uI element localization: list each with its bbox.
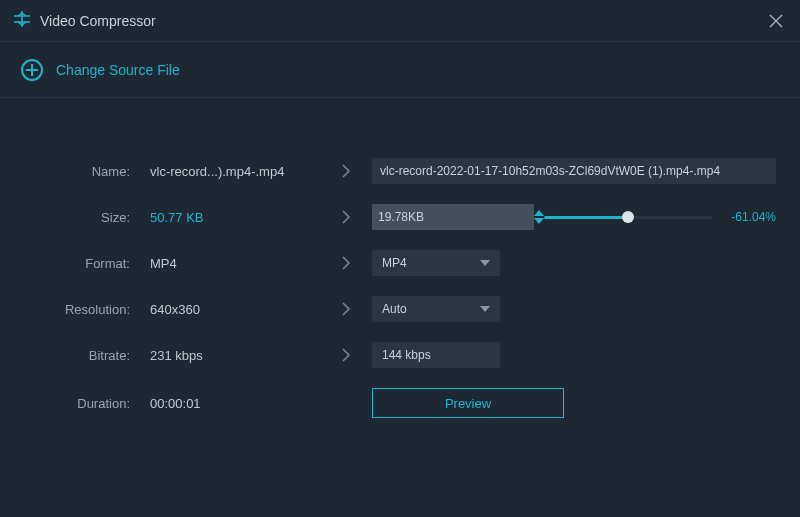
output-bitrate: 144 kbps [372,342,500,368]
source-name: vlc-record...).mp4-.mp4 [150,164,320,179]
preview-button[interactable]: Preview [372,388,564,418]
label-name: Name: [24,164,144,179]
output-name-input[interactable] [372,158,776,184]
format-select[interactable]: MP4 [372,250,500,276]
arrow-icon [326,163,366,179]
size-down-button[interactable] [534,218,544,224]
source-size: 50.77 KB [150,210,320,225]
arrow-icon [326,301,366,317]
output-size-spinbox[interactable] [372,204,500,230]
format-select-value: MP4 [382,256,407,270]
preview-button-label: Preview [445,396,491,411]
source-format: MP4 [150,256,320,271]
source-resolution: 640x360 [150,302,320,317]
close-button[interactable] [766,11,786,31]
content: Name: vlc-record...).mp4-.mp4 Size: 50.7… [0,98,800,418]
add-icon[interactable] [20,58,44,82]
output-bitrate-value: 144 kbps [382,348,431,362]
sub-bar: Change Source File [0,42,800,98]
label-resolution: Resolution: [24,302,144,317]
chevron-down-icon [480,260,490,266]
arrow-icon [326,209,366,225]
size-slider-thumb[interactable] [622,211,634,223]
window-title: Video Compressor [40,13,156,29]
label-duration: Duration: [24,396,144,411]
chevron-down-icon [480,306,490,312]
size-percent: -61.04% [722,210,776,224]
label-bitrate: Bitrate: [24,348,144,363]
label-format: Format: [24,256,144,271]
arrow-icon [326,255,366,271]
change-source-link[interactable]: Change Source File [56,62,180,78]
source-duration: 00:00:01 [150,396,320,411]
source-bitrate: 231 kbps [150,348,320,363]
output-size-input[interactable] [372,204,534,230]
size-slider[interactable] [544,216,712,219]
label-size: Size: [24,210,144,225]
resolution-select-value: Auto [382,302,407,316]
arrow-icon [326,347,366,363]
size-up-button[interactable] [534,210,544,216]
title-bar: Video Compressor [0,0,800,42]
app-icon [14,11,30,30]
resolution-select[interactable]: Auto [372,296,500,322]
